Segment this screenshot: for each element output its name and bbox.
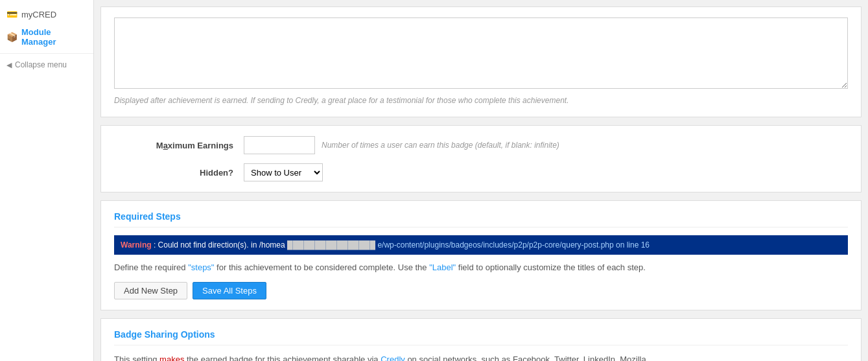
badge-sharing-desc-blue: Credly — [381, 355, 405, 362]
steps-link[interactable]: "steps" — [188, 262, 214, 272]
sidebar-module-manager-label: Module Manager — [21, 27, 87, 47]
badge-sharing-title-highlight: Options — [181, 329, 215, 340]
warning-path: e/wp-content/plugins/badgeos/includes/p2… — [377, 240, 650, 250]
sidebar-collapse[interactable]: ◀ Collapse menu — [0, 56, 93, 73]
badge-sharing-desc-3: on social networks, such as Facebook, Tw… — [405, 355, 646, 362]
required-steps-title-plain: Required — [114, 211, 156, 222]
textarea-hint: Displayed after achievement is earned. I… — [114, 95, 848, 106]
badge-sharing-desc-2: the earned badge for this achievement sh… — [184, 355, 381, 362]
steps-description: Define the required "steps" for this ach… — [114, 261, 848, 274]
sidebar: 💳 myCRED 📦 Module Manager ◀ Collapse men… — [0, 0, 94, 361]
badge-sharing-title: Badge Sharing Options — [114, 329, 848, 345]
hidden-label: Hidden? — [114, 168, 244, 178]
badge-sharing-section: Badge Sharing Options This setting makes… — [100, 318, 862, 362]
hidden-select[interactable]: Show to User Hide from User — [244, 163, 323, 181]
sidebar-item-mycred[interactable]: 💳 myCRED — [0, 5, 93, 23]
achievement-description-section: Displayed after achievement is earned. I… — [100, 6, 862, 117]
badge-sharing-description: This setting makes the earned badge for … — [114, 353, 848, 362]
warning-message: : Could not find direction(s). in /homea — [154, 240, 285, 250]
max-earnings-label: Maximum Earnings — [114, 141, 244, 150]
badge-sharing-title-plain: Badge Sharing — [114, 329, 181, 340]
hidden-label-text: Hidden? — [200, 168, 233, 178]
max-earnings-row: Maximum Earnings Number of times a user … — [114, 136, 848, 154]
steps-button-group: Add New Step Save All Steps — [114, 282, 848, 299]
badge-options-section: Maximum Earnings Number of times a user … — [100, 125, 862, 192]
max-earnings-hint: Number of times a user can earn this bad… — [322, 141, 559, 150]
max-earnings-input[interactable] — [244, 136, 315, 154]
hidden-row: Hidden? Show to User Hide from User — [114, 163, 848, 181]
collapse-label: Collapse menu — [15, 60, 67, 69]
achievement-description-textarea[interactable] — [114, 17, 848, 89]
sidebar-divider — [0, 53, 93, 54]
warning-box: Warning : Could not find direction(s). i… — [114, 235, 848, 255]
max-earnings-label-text: Maximum Earnings — [156, 141, 233, 150]
sidebar-item-module-manager[interactable]: 📦 Module Manager — [0, 23, 93, 51]
warning-redacted: ████████████████ — [287, 240, 375, 250]
mycred-icon: 💳 — [6, 9, 18, 19]
label-link[interactable]: "Label" — [429, 262, 456, 272]
required-steps-title: Required Steps — [114, 211, 848, 227]
badge-sharing-desc-red: makes — [159, 355, 184, 362]
module-manager-icon: 📦 — [6, 32, 18, 42]
required-steps-title-highlight: Steps — [156, 211, 181, 222]
required-steps-section: Required Steps Warning : Could not find … — [100, 200, 862, 310]
main-content: Displayed after achievement is earned. I… — [94, 0, 868, 361]
add-new-step-button[interactable]: Add New Step — [114, 282, 187, 299]
sidebar-mycred-label: myCRED — [21, 10, 56, 19]
warning-label: Warning — [121, 240, 152, 250]
save-all-steps-button[interactable]: Save All Steps — [193, 282, 266, 299]
badge-sharing-desc-1: This setting — [114, 355, 159, 362]
collapse-arrow-icon: ◀ — [6, 61, 12, 69]
